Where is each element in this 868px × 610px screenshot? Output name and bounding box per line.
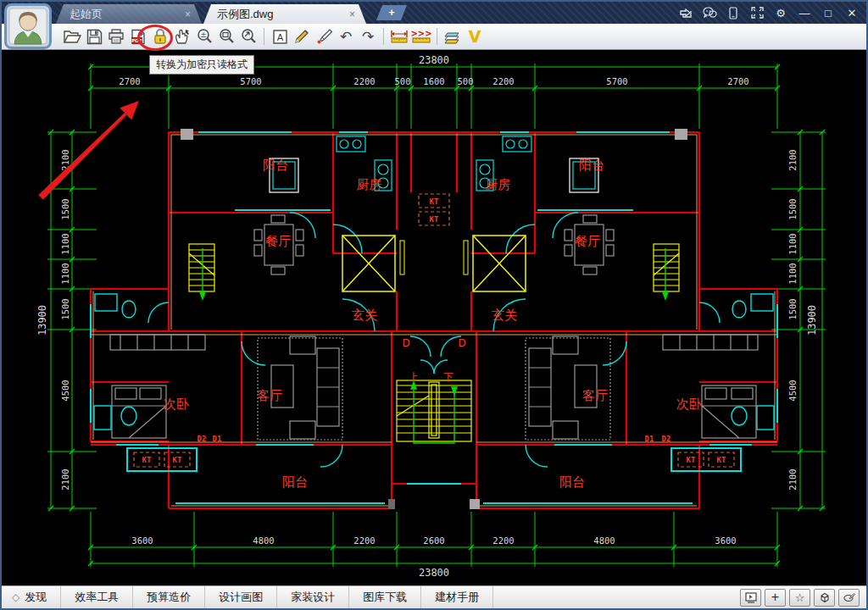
svg-text:阳台: 阳台 (263, 158, 288, 173)
maximize-button[interactable]: □ (819, 4, 837, 21)
wechat-button[interactable] (700, 4, 719, 21)
svg-text:23800: 23800 (419, 567, 449, 579)
svg-text:1100: 1100 (787, 233, 798, 254)
svg-text:1500: 1500 (787, 298, 798, 319)
svg-text:2200: 2200 (492, 76, 514, 86)
svg-text:KT: KT (142, 456, 152, 464)
app-window: 起始页 × 示例图.dwg × + (0, 0, 868, 610)
minimize-button[interactable]: — (795, 4, 814, 21)
svg-text:13900: 13900 (36, 305, 48, 336)
svg-text:客厅: 客厅 (582, 388, 608, 403)
menu-discover[interactable]: ◇ 发现 (2, 586, 61, 608)
annotation-circle (137, 25, 173, 51)
statusbar: ◇ 发现 效率工具 预算造价 设计画图 家装设计 图库下载 建材手册 (2, 585, 866, 608)
display-icon (745, 592, 757, 603)
menu-design-draw[interactable]: 设计画图 (205, 586, 277, 608)
menu-budget-cost[interactable]: 预算造价 (133, 586, 205, 608)
text-tool-button[interactable]: A (269, 25, 291, 47)
menu-library-download[interactable]: 图库下载 (349, 586, 421, 608)
annotation-arrow (25, 89, 148, 208)
open-button[interactable] (61, 25, 83, 47)
svg-text:阳台: 阳台 (559, 474, 585, 490)
share-icon (679, 7, 693, 19)
svg-text:KT: KT (430, 215, 439, 224)
zoom-window-button[interactable] (215, 25, 237, 47)
zoom-extents-button[interactable] (237, 25, 259, 47)
favorite-button[interactable]: ☆ (789, 589, 810, 607)
svg-text:2100: 2100 (787, 469, 798, 490)
display-settings-button[interactable] (740, 589, 761, 607)
tab-label: 起始页 (70, 7, 103, 22)
menu-label: 效率工具 (75, 590, 119, 605)
save-button[interactable] (83, 25, 105, 47)
tab-drawing[interactable]: 示例图.dwg × (203, 4, 366, 24)
menu-label: 设计画图 (219, 590, 263, 605)
tab-start-page[interactable]: 起始页 × (56, 4, 202, 24)
tab-bar: 起始页 × 示例图.dwg × + (56, 2, 407, 24)
settings-button[interactable]: ⚙ (771, 4, 790, 21)
dimension-button[interactable] (388, 25, 410, 47)
menu-materials-manual[interactable]: 建材手册 (421, 586, 493, 608)
dimension-ticks (48, 64, 825, 566)
windows (91, 132, 777, 503)
stair-arrows (200, 248, 668, 443)
svg-text:厨房: 厨房 (485, 177, 510, 192)
tab-close-icon[interactable]: × (347, 8, 358, 20)
svg-text:客厅: 客厅 (257, 388, 282, 403)
svg-text:1600: 1600 (423, 76, 444, 86)
svg-text:D: D (458, 337, 465, 349)
svg-text:上: 上 (409, 371, 419, 383)
pencil-button[interactable] (291, 25, 313, 47)
svg-text:次卧: 次卧 (164, 396, 189, 412)
svg-text:2200: 2200 (353, 535, 375, 546)
marker-icon (315, 28, 333, 45)
svg-text:±: ± (200, 30, 207, 39)
svg-text:餐厅: 餐厅 (575, 234, 600, 249)
print-button[interactable] (105, 25, 127, 47)
menu-efficiency-tools[interactable]: 效率工具 (61, 586, 133, 608)
svg-text:3600: 3600 (715, 535, 736, 546)
svg-text:阳台: 阳台 (282, 474, 308, 490)
svg-text:餐厅: 餐厅 (265, 234, 291, 249)
svg-text:2200: 2200 (492, 535, 514, 546)
vip-button[interactable]: V (464, 25, 486, 47)
svg-text:阳台: 阳台 (579, 158, 604, 173)
drawing-canvas[interactable]: 23800 2700 5700 2200 500 1600 500 2200 5… (2, 50, 866, 585)
stairs (189, 244, 679, 441)
wechat-icon (703, 7, 717, 19)
new-tab-button[interactable]: + (376, 5, 407, 20)
zoom-in-out-button[interactable]: ± (193, 25, 215, 47)
svg-text:2700: 2700 (727, 76, 748, 86)
fullscreen-button[interactable] (748, 4, 766, 21)
svg-text:玄关: 玄关 (492, 308, 517, 323)
tab-close-icon[interactable]: × (182, 8, 193, 20)
undo-button[interactable]: ↶ (335, 25, 357, 47)
kitchen-fixtures (270, 136, 598, 192)
user-avatar[interactable] (4, 3, 52, 49)
redo-button[interactable]: ↷ (357, 25, 379, 47)
mobile-button[interactable] (724, 4, 743, 21)
svg-text:500: 500 (395, 76, 411, 86)
svg-text:13900: 13900 (806, 305, 818, 336)
draw-tool-button[interactable] (838, 589, 860, 607)
view-3d-button[interactable] (814, 589, 835, 607)
close-button[interactable]: ✕ (843, 4, 861, 21)
pan-button[interactable] (171, 25, 193, 47)
layers-button[interactable] (442, 25, 464, 47)
ellipse-pen-icon (843, 592, 855, 602)
svg-text:4500: 4500 (60, 380, 70, 401)
menu-home-design[interactable]: 家装设计 (277, 586, 349, 608)
svg-text:4800: 4800 (593, 535, 615, 546)
zoom-extents-icon (240, 28, 258, 45)
layers-icon (443, 29, 462, 45)
svg-text:4500: 4500 (787, 380, 798, 401)
share-button[interactable] (676, 4, 695, 21)
marker-button[interactable] (313, 25, 335, 47)
svg-text:玄关: 玄关 (352, 308, 377, 323)
svg-text:1500: 1500 (787, 198, 798, 219)
menu-label: 发现 (25, 590, 47, 605)
crosshair-button[interactable]: + (765, 589, 786, 607)
toolbar-separator (383, 28, 384, 45)
continuous-dimension-button[interactable]: >>> (410, 25, 432, 47)
titlebar: 起始页 × 示例图.dwg × + (2, 2, 866, 24)
